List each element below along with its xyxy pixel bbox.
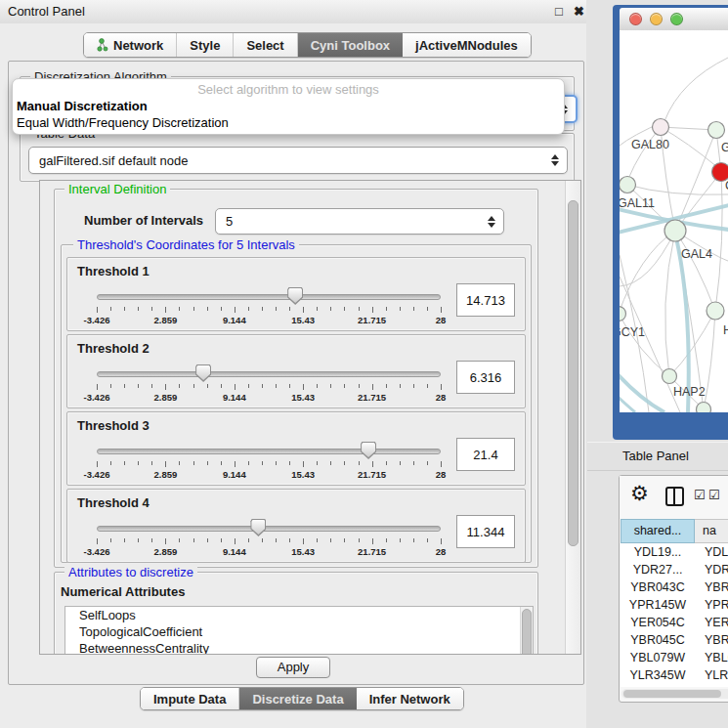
dropdown-option-equal-width[interactable]: Equal Width/Frequency Discretization <box>13 114 564 131</box>
tab-select[interactable]: Select <box>234 33 297 57</box>
table-cell[interactable]: YLR3 <box>695 668 728 682</box>
network-node-HAP2[interactable] <box>663 369 677 384</box>
network-edge[interactable] <box>704 311 715 409</box>
table-cell[interactable]: YBR045C <box>621 633 695 647</box>
network-edge[interactable] <box>620 314 669 376</box>
table-row[interactable]: YDL19...YDL1 <box>621 543 728 561</box>
num-intervals-combobox[interactable]: 5 <box>215 208 504 235</box>
table-cell[interactable]: YER0 <box>695 616 728 629</box>
network-node-H-node[interactable] <box>707 302 724 320</box>
attribute-item[interactable]: SelfLoops <box>65 607 533 623</box>
settings-vertical-scrollbar[interactable] <box>565 181 580 654</box>
numerical-attributes-list[interactable]: SelfLoopsTopologicalCoefficientBetweenne… <box>64 606 534 655</box>
network-edge[interactable] <box>664 58 728 121</box>
apply-button[interactable]: Apply <box>256 657 330 678</box>
scrollbar-thumb[interactable] <box>568 200 578 546</box>
slider-track[interactable] <box>97 526 441 532</box>
network-edge[interactable] <box>669 311 715 376</box>
network-node-GCY1[interactable] <box>620 307 626 321</box>
float-panel-icon[interactable]: □ <box>555 4 563 20</box>
threshold-value-field[interactable] <box>456 438 515 471</box>
table-row[interactable]: YDR27...YDR2 <box>621 561 728 578</box>
threshold-slider[interactable]: -3.4262.8599.14415.4321.71528 <box>97 515 441 558</box>
table-row[interactable]: YBR045CYBR0 <box>621 631 728 649</box>
minimize-traffic-light-icon[interactable] <box>650 13 663 25</box>
table-cell[interactable]: YBR0 <box>695 633 728 647</box>
network-node-GAL11[interactable] <box>620 177 636 193</box>
attribute-item[interactable]: BetweennessCentrality <box>65 640 533 655</box>
network-edge[interactable] <box>715 172 722 311</box>
column-header-name[interactable]: na <box>695 519 728 543</box>
table-row[interactable]: YIL052CYIL0 <box>621 684 728 687</box>
table-cell[interactable]: YER054C <box>621 616 695 629</box>
tab-discretize-data[interactable]: Discretize Data <box>239 688 356 709</box>
table-row[interactable]: YBR043CYBR0 <box>621 578 728 596</box>
table-cell[interactable]: YPR145W <box>621 598 695 612</box>
threshold-slider[interactable]: -3.4262.8599.14415.4321.71528 <box>97 361 441 404</box>
table-row[interactable]: YER054CYER0 <box>621 614 728 631</box>
tab-cyni-toolbox[interactable]: Cyni Toolbox <box>298 33 403 57</box>
network-node-node-top-right[interactable] <box>708 122 725 139</box>
scrollbar-thumb[interactable] <box>623 690 721 698</box>
slider-track[interactable] <box>97 449 441 454</box>
attributes-scrollbar[interactable] <box>520 607 533 655</box>
slider-thumb[interactable] <box>195 364 211 382</box>
gear-icon[interactable]: ⚙ <box>630 482 649 505</box>
checkbox-icon[interactable]: ☑ <box>708 488 720 502</box>
table-cell[interactable]: YDR27... <box>621 563 695 577</box>
network-edge-highlighted[interactable] <box>620 397 635 412</box>
network-edge[interactable] <box>628 127 661 179</box>
split-columns-icon[interactable] <box>665 487 684 506</box>
table-cell[interactable]: YBR0 <box>695 580 728 594</box>
table-horizontal-scrollbar[interactable] <box>621 689 728 699</box>
slider-tick-labels: -3.4262.8599.14415.4321.71528 <box>97 315 441 325</box>
table-row[interactable]: YLR345WYLR3 <box>621 666 728 684</box>
table-cell[interactable]: YBL079W <box>621 651 695 664</box>
table-row[interactable]: YPR145WYPR1 <box>621 596 728 614</box>
table-cell[interactable]: YBL0 <box>695 651 728 664</box>
slider-thumb[interactable] <box>361 442 376 459</box>
slider-track[interactable] <box>97 371 441 377</box>
tab-impute-data[interactable]: Impute Data <box>141 688 239 709</box>
threshold-value-field[interactable] <box>456 361 515 394</box>
table-cell[interactable]: YDL19... <box>621 545 695 559</box>
table-row[interactable]: YBL079WYBL0 <box>621 649 728 666</box>
table-cell[interactable]: YPR1 <box>695 598 728 612</box>
zoom-traffic-light-icon[interactable] <box>670 13 683 25</box>
network-edge[interactable] <box>665 231 675 376</box>
threshold-slider[interactable]: -3.4262.8599.14415.4321.71528 <box>97 283 441 326</box>
network-view-window[interactable]: GAL80GCGAL11GAL4GCY1HHAP2 <box>613 5 728 440</box>
network-edge[interactable] <box>627 185 728 194</box>
close-panel-icon[interactable]: ✖ <box>574 4 584 20</box>
slider-track[interactable] <box>97 294 441 300</box>
checkbox-icon[interactable]: ☑ <box>694 488 706 502</box>
tab-network[interactable]: Network <box>84 33 177 57</box>
network-edge[interactable] <box>620 277 680 412</box>
column-header-shared-name[interactable]: shared... <box>621 519 695 543</box>
table-cell[interactable]: YBR043C <box>621 580 695 594</box>
table-cell[interactable]: YIL0 <box>695 686 728 687</box>
dropdown-option-manual[interactable]: Manual Discretization <box>13 98 564 114</box>
table-cell[interactable]: YDL1 <box>695 545 728 559</box>
threshold-value-field[interactable] <box>456 283 515 317</box>
tab-style[interactable]: Style <box>177 33 234 57</box>
network-node-node-bottom[interactable] <box>697 403 711 413</box>
threshold-slider[interactable]: -3.4262.8599.14415.4321.71528 <box>97 438 441 481</box>
network-edge-highlighted[interactable] <box>620 374 664 412</box>
threshold-value-field[interactable] <box>456 515 515 548</box>
slider-thumb[interactable] <box>287 287 303 305</box>
close-traffic-light-icon[interactable] <box>629 13 642 25</box>
tab-infer-network[interactable]: Infer Network <box>357 688 463 709</box>
tab-jactivemnodules[interactable]: jActiveMNodules <box>403 33 531 57</box>
network-canvas[interactable]: GAL80GCGAL11GAL4GCY1HHAP2 <box>620 30 728 412</box>
attribute-item[interactable]: TopologicalCoefficient <box>65 623 533 640</box>
network-node-GAL4[interactable] <box>664 220 686 241</box>
slider-thumb[interactable] <box>250 519 266 536</box>
scrollbar-thumb[interactable] <box>522 609 532 655</box>
table-data-combobox[interactable]: galFiltered.sif default node <box>28 147 568 174</box>
table-cell[interactable]: YDR2 <box>695 563 728 577</box>
table-cell[interactable]: YIL052C <box>621 686 695 687</box>
table-cell[interactable]: YLR345W <box>621 668 695 682</box>
network-window-titlebar[interactable] <box>620 8 728 30</box>
network-node-GAL80[interactable] <box>653 119 669 136</box>
